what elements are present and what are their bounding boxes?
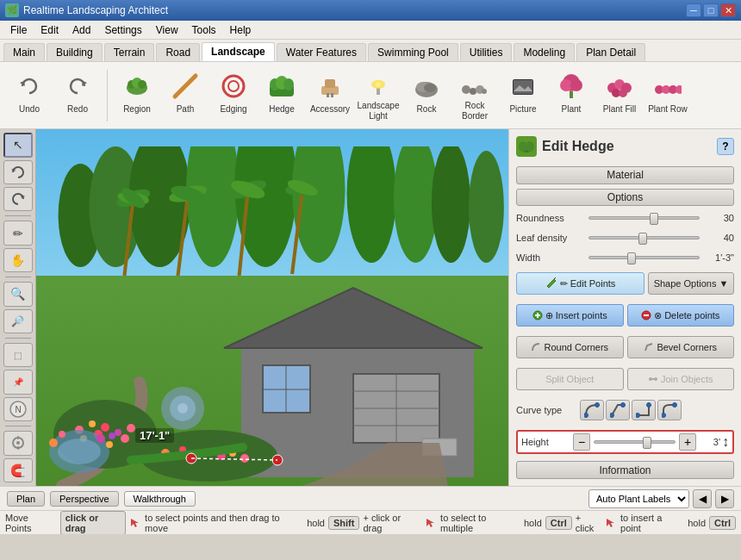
tab-modeling[interactable]: Modeling — [514, 43, 575, 61]
tab-swimming-pool[interactable]: Swimming Pool — [368, 43, 458, 61]
compass-button[interactable]: N — [3, 397, 33, 421]
delete-points-button[interactable]: ⊗ Delete points — [627, 304, 735, 327]
perspective-view-button[interactable]: Perspective — [50, 491, 118, 507]
region-button[interactable]: Region — [115, 66, 159, 125]
roundness-value: 30 — [703, 213, 734, 223]
shape-options-button[interactable]: Shape Options ▼ — [648, 272, 734, 295]
roundness-thumb[interactable] — [650, 213, 658, 225]
path-button[interactable]: Path — [163, 66, 208, 125]
hand-tool-button[interactable]: ✋ — [3, 248, 33, 272]
tab-building[interactable]: Building — [47, 43, 103, 61]
undo-button[interactable]: Undo — [7, 66, 52, 125]
insert-points-button[interactable]: ⊕ Insert points — [516, 304, 624, 327]
menu-help[interactable]: Help — [223, 22, 258, 38]
redo-button[interactable]: Redo — [55, 66, 100, 125]
height-thumb[interactable] — [643, 437, 651, 449]
hedge-panel-icon — [516, 136, 537, 157]
options-button[interactable]: Options — [516, 189, 734, 207]
roundness-track[interactable] — [588, 216, 700, 220]
svg-rect-13 — [325, 79, 335, 88]
zoom-in-button[interactable]: 🔍 — [3, 282, 33, 306]
minimize-button[interactable]: ─ — [686, 3, 701, 17]
plant-button[interactable]: Plant — [549, 66, 594, 125]
edit-points-button[interactable]: ✏ Edit Points — [516, 272, 644, 295]
plant-labels-dropdown[interactable]: Auto Plant Labels Show All Hide All — [588, 489, 689, 508]
edging-button[interactable]: Edging — [211, 66, 256, 125]
cursor-icon-2 — [425, 517, 437, 529]
status-desc5: to insert a point — [620, 513, 684, 533]
app-icon: 🌿 — [5, 3, 19, 17]
height-slider[interactable] — [594, 440, 676, 444]
picture-button[interactable]: Picture — [501, 66, 545, 125]
maximize-button[interactable]: □ — [703, 3, 719, 17]
close-button[interactable]: ✕ — [720, 3, 736, 17]
information-button[interactable]: Information — [516, 461, 734, 479]
magnet-button[interactable]: 🧲 — [3, 458, 33, 482]
status-key3: Ctrl — [545, 516, 572, 530]
canvas-area[interactable]: 17'-1" — [36, 129, 508, 486]
leaf-density-thumb[interactable] — [638, 233, 647, 245]
note-button[interactable]: 📌 — [3, 370, 33, 394]
round-corners-label: Round Corners — [544, 342, 608, 352]
nav-left-button[interactable]: ◀ — [693, 489, 712, 508]
tab-landscape[interactable]: Landscape — [202, 42, 275, 61]
curve-btn-3[interactable] — [632, 400, 656, 420]
round-corners-button[interactable]: Round Corners — [516, 336, 624, 358]
landscape-light-button[interactable]: Landscape Light — [356, 66, 401, 125]
tab-road[interactable]: Road — [156, 43, 200, 61]
zoom-out-button[interactable]: 🔎 — [3, 309, 33, 333]
menu-file[interactable]: File — [3, 22, 34, 38]
titlebar: 🌿 Realtime Landscaping Architect ─ □ ✕ — [0, 0, 741, 21]
edit-tool-button[interactable]: ✏ — [3, 221, 33, 245]
nav-right-button[interactable]: ▶ — [715, 489, 734, 508]
curve-btn-4[interactable] — [657, 400, 682, 420]
height-increase-button[interactable]: + — [679, 433, 696, 451]
tab-terrain[interactable]: Terrain — [104, 43, 155, 61]
svg-point-130 — [610, 414, 614, 418]
leaf-density-track[interactable] — [588, 236, 700, 240]
leaf-density-row: Leaf density 40 — [516, 233, 734, 243]
svg-line-119 — [554, 277, 556, 279]
accessory-button[interactable]: Accessory — [308, 66, 352, 125]
menu-edit[interactable]: Edit — [34, 22, 65, 38]
plant-row-button[interactable]: Plant Row — [645, 66, 690, 125]
panel-title: Edit Hedge — [542, 139, 614, 154]
plant-fill-button[interactable]: Plant Fill — [597, 66, 642, 125]
measure-button[interactable]: ⬚ — [3, 343, 33, 367]
rock-border-button[interactable]: Rock Border — [452, 66, 497, 125]
bevel-corners-button[interactable]: Bevel Corners — [627, 336, 735, 358]
material-button[interactable]: Material — [516, 166, 734, 184]
svg-point-54 — [234, 146, 296, 267]
curve-btn-2[interactable] — [606, 400, 630, 420]
undo-left-button[interactable] — [3, 160, 33, 184]
tab-water-features[interactable]: Water Features — [277, 43, 366, 61]
menu-add[interactable]: Add — [65, 22, 97, 38]
plan-view-button[interactable]: Plan — [7, 491, 45, 507]
bevel-corners-label: Bevel Corners — [657, 342, 717, 352]
svg-point-114 — [97, 434, 105, 443]
curve-btn-1[interactable] — [580, 400, 604, 420]
width-thumb[interactable] — [627, 252, 636, 264]
svg-point-112 — [49, 439, 58, 447]
width-track[interactable] — [588, 256, 700, 259]
height-decrease-button[interactable]: − — [573, 433, 590, 451]
tab-plan-detail[interactable]: Plan Detail — [576, 43, 645, 61]
status-desc4: + click — [576, 513, 601, 533]
select-tool-button[interactable]: ↖ — [3, 133, 33, 158]
redo-left-button[interactable] — [3, 187, 33, 211]
split-object-button[interactable]: Split Object — [516, 368, 624, 390]
snap-button[interactable] — [3, 431, 33, 455]
menu-settings[interactable]: Settings — [97, 22, 148, 38]
hedge-button[interactable]: Hedge — [259, 66, 304, 125]
walkthrough-view-button[interactable]: Walkthrough — [124, 491, 196, 507]
menu-tools[interactable]: Tools — [185, 22, 223, 38]
right-panel: Edit Hedge ? Material Options Roundness … — [508, 129, 741, 486]
join-objects-button[interactable]: Join Objects — [627, 368, 735, 390]
tab-main[interactable]: Main — [3, 43, 45, 61]
help-button[interactable]: ? — [717, 138, 734, 155]
rock-button[interactable]: Rock — [404, 66, 449, 125]
edit-points-row: ✏ Edit Points Shape Options ▼ — [516, 272, 734, 295]
tab-utilities[interactable]: Utilities — [460, 43, 513, 61]
insert-points-label: ⊕ Insert points — [545, 310, 607, 321]
menu-view[interactable]: View — [149, 22, 185, 38]
